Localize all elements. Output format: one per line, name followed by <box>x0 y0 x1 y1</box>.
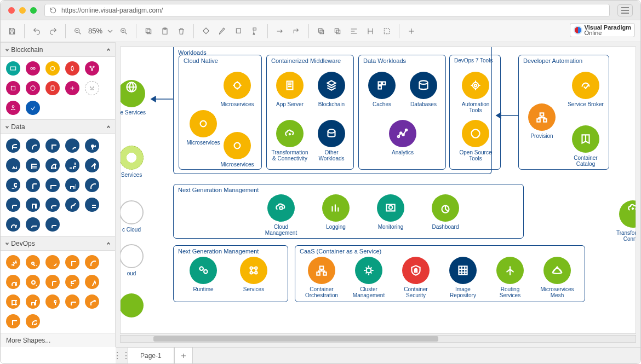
add-shape-button[interactable] <box>404 24 419 38</box>
zone-ngm-small[interactable]: Next Generation Management Runtime Servi… <box>173 245 288 302</box>
zone-middleware[interactable]: Containerized Middleware App Server Bloc… <box>266 55 354 170</box>
delete-button[interactable] <box>174 24 188 38</box>
shape-thumb[interactable] <box>26 138 40 153</box>
copy-button[interactable] <box>141 24 156 38</box>
node-green-partial[interactable] <box>120 293 153 320</box>
send-back-button[interactable] <box>330 24 345 38</box>
shape-thumb[interactable] <box>26 275 40 289</box>
shape-category-header[interactable]: DevOps <box>1 236 115 251</box>
shape-category-header[interactable]: Blockchain <box>1 43 115 57</box>
shape-thumb[interactable] <box>45 158 60 172</box>
shape-thumb[interactable] <box>26 314 40 328</box>
connector-elbow-button[interactable] <box>289 24 304 38</box>
minimize-window-icon[interactable] <box>19 7 26 14</box>
shape-thumb[interactable] <box>65 158 79 172</box>
shape-thumb[interactable] <box>6 101 20 115</box>
shape-thumb[interactable] <box>45 255 60 269</box>
connector-straight-button[interactable] <box>273 24 287 38</box>
shape-thumb[interactable] <box>85 81 99 95</box>
shape-thumb[interactable] <box>85 158 99 172</box>
shape-thumb[interactable] <box>6 61 20 76</box>
zoom-dropdown-icon[interactable] <box>106 24 115 38</box>
undo-button[interactable] <box>30 24 44 38</box>
zone-devops7[interactable]: DevOps 7 Tools Automation Tools Open Sou… <box>449 55 501 170</box>
maximize-window-icon[interactable] <box>30 7 37 14</box>
shape-thumb[interactable] <box>6 294 20 309</box>
close-window-icon[interactable] <box>8 7 15 14</box>
shape-thumb[interactable] <box>26 198 40 212</box>
shape-thumb[interactable] <box>26 178 40 192</box>
shape-thumb[interactable] <box>65 275 79 289</box>
shape-thumb[interactable] <box>6 314 20 328</box>
shape-thumb[interactable] <box>65 61 79 76</box>
zone-caas[interactable]: CaaS (Container as a Service) Container … <box>295 245 585 302</box>
bring-front-button[interactable] <box>314 24 328 38</box>
page-tab-1[interactable]: Page-1 <box>128 347 174 363</box>
shape-thumb[interactable] <box>45 294 60 309</box>
shape-thumb[interactable] <box>65 255 79 269</box>
shape-thumb[interactable] <box>85 275 99 289</box>
shape-thumb[interactable] <box>85 178 99 192</box>
shape-thumb[interactable] <box>85 138 99 153</box>
shape-thumb[interactable] <box>26 81 40 95</box>
fill-color-button[interactable] <box>199 24 213 38</box>
zone-data-workloads[interactable]: Data Workloads Caches Databases Analytic… <box>358 55 446 170</box>
shape-thumb[interactable] <box>85 294 99 309</box>
shape-thumb[interactable] <box>6 138 20 153</box>
url-bar[interactable]: https://online.visual-paradigm.com/ <box>44 4 610 17</box>
node-cloud-2[interactable]: oud <box>120 244 153 276</box>
style-painter-button[interactable] <box>248 24 262 38</box>
shape-thumb[interactable] <box>45 217 60 232</box>
shape-thumb[interactable] <box>6 81 20 95</box>
zone-ngm-large[interactable]: Next Generation Management Cloud Managem… <box>173 184 524 239</box>
shadow-button[interactable] <box>232 24 246 38</box>
branding-badge[interactable]: Visual Paradigm Online <box>570 23 635 37</box>
diagram-canvas[interactable]: ge Services Services c Cloud oud Transfo… <box>120 47 636 334</box>
shape-thumb[interactable] <box>65 178 79 192</box>
shape-thumb[interactable] <box>6 158 20 172</box>
tab-grip-icon[interactable]: ⋮⋮ <box>116 348 128 364</box>
shape-thumb[interactable] <box>26 294 40 309</box>
shape-thumb[interactable] <box>85 61 99 76</box>
shape-thumb[interactable] <box>26 101 40 115</box>
shape-thumb[interactable] <box>26 61 40 76</box>
browser-hamburger-icon[interactable] <box>617 4 633 16</box>
align-button[interactable] <box>347 24 361 38</box>
node-right-partial[interactable]: Transforma & Connec <box>614 200 636 242</box>
zone-cloud-native[interactable]: Cloud Native Microservices Microservices… <box>179 55 262 170</box>
horizontal-scrollbar[interactable] <box>120 335 636 343</box>
shape-thumb[interactable] <box>26 255 40 269</box>
scroll-thumb[interactable] <box>153 336 438 342</box>
shape-thumb[interactable] <box>26 158 40 172</box>
shape-category-header[interactable]: Data <box>1 120 115 134</box>
shape-thumb[interactable] <box>45 138 60 153</box>
zoom-percentage[interactable]: 85% <box>87 27 104 35</box>
node-iservices[interactable]: Services <box>120 146 153 178</box>
shape-thumb[interactable] <box>65 138 79 153</box>
zoom-in-button[interactable] <box>117 24 131 38</box>
shape-thumb[interactable] <box>45 81 60 95</box>
zone-dev-auto[interactable]: Developer Automation Service Broker Prov… <box>518 55 609 170</box>
shape-thumb[interactable] <box>6 217 20 232</box>
distribute-button[interactable] <box>363 24 377 38</box>
shape-thumb[interactable] <box>45 178 60 192</box>
shape-thumb[interactable] <box>6 178 20 192</box>
stroke-color-button[interactable] <box>215 24 230 38</box>
more-shapes-button[interactable]: More Shapes... <box>1 333 115 347</box>
shape-thumb[interactable] <box>85 198 99 212</box>
save-button[interactable] <box>5 24 19 38</box>
shape-thumb[interactable] <box>45 61 60 76</box>
shape-thumb[interactable] <box>6 275 20 289</box>
shape-thumb[interactable] <box>45 198 60 212</box>
shape-thumb[interactable] <box>26 217 40 232</box>
shape-thumb[interactable] <box>6 255 20 269</box>
paste-button[interactable] <box>158 24 172 38</box>
fit-selection-button[interactable] <box>380 24 394 38</box>
shape-thumb[interactable] <box>85 255 99 269</box>
shape-thumb[interactable] <box>45 275 60 289</box>
node-public-cloud[interactable]: c Cloud <box>120 200 153 233</box>
zoom-out-button[interactable] <box>71 24 85 38</box>
shape-thumb[interactable] <box>65 81 79 95</box>
add-page-tab[interactable] <box>174 347 193 363</box>
redo-button[interactable] <box>46 24 60 38</box>
